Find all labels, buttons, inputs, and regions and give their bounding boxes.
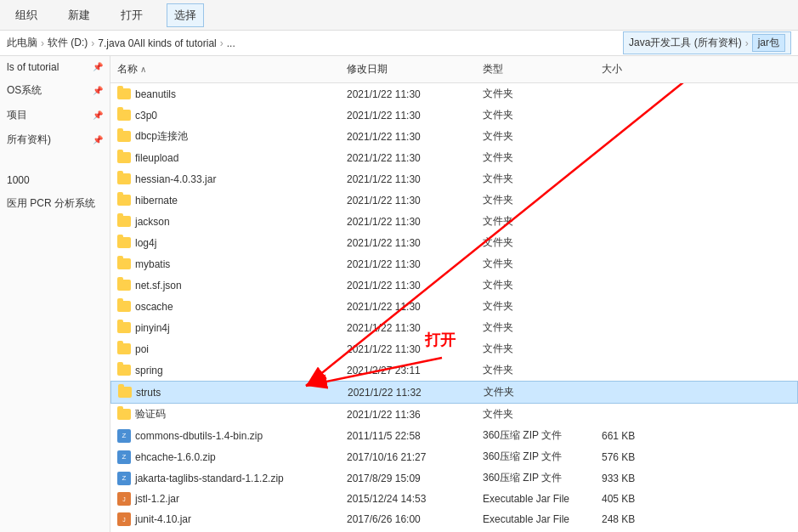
file-modified: 2021/1/22 11:30 [340, 320, 476, 336]
file-name-cell: Z jakarta-taglibs-standard-1.1.2.zip [110, 470, 340, 487]
table-row[interactable]: 验证码 2021/1/22 11:36 文件夹 [110, 404, 798, 425]
file-type: 文件夹 [476, 212, 595, 230]
folder-icon [117, 173, 131, 184]
file-name-cell: poi [110, 342, 340, 357]
table-row[interactable]: log4j 2021/1/22 11:30 文件夹 [110, 232, 798, 253]
table-row[interactable]: fileupload 2021/1/22 11:30 文件夹 [110, 147, 798, 168]
folder-icon [117, 110, 131, 121]
file-name-cell: J junit-4.10.jar [110, 511, 340, 528]
sidebar-item-label: 1000 [7, 174, 30, 186]
folder-icon [117, 88, 131, 99]
file-modified: 2021/1/22 11:30 [340, 193, 476, 208]
table-row[interactable]: hibernate 2021/1/22 11:30 文件夹 [110, 190, 798, 211]
file-type: 文件夹 [476, 405, 595, 423]
file-size [595, 305, 680, 308]
file-name-cell: c3p0 [110, 108, 340, 123]
table-row[interactable]: J junit-4.10.jar 2017/6/26 16:00 Executa… [110, 509, 798, 529]
file-type: 360压缩 ZIP 文件 [476, 427, 595, 444]
zip-icon: Z [117, 450, 131, 464]
toolbar-organize[interactable]: 组织 [8, 4, 44, 26]
table-row[interactable]: poi 2021/1/22 11:30 文件夹 [110, 338, 798, 359]
folder-icon [117, 322, 131, 333]
table-row[interactable]: J jstl-1.2.jar 2015/12/24 14:53 Executab… [110, 489, 798, 509]
file-type: 文件夹 [476, 255, 595, 273]
table-row[interactable]: struts 2021/1/22 11:32 文件夹 [110, 381, 798, 404]
toolbar-new[interactable]: 新建 [61, 4, 97, 26]
file-type: 文件夹 [476, 361, 595, 379]
file-name-cell: log4j [110, 235, 340, 251]
file-name: net.sf.json [135, 280, 182, 291]
table-row[interactable]: hessian-4.0.33.jar 2021/1/22 11:30 文件夹 [110, 168, 798, 190]
table-row[interactable]: mybatis 2021/1/22 11:30 文件夹 [110, 253, 798, 274]
right-hint: Java开发工具 (所有资料) › jar包 [623, 31, 791, 54]
table-row[interactable]: Z ehcache-1.6.0.zip 2017/10/16 21:27 360… [110, 446, 798, 467]
sidebar-item-pcr[interactable]: 医用 PCR 分析系统 [0, 191, 110, 216]
sidebar-item-tutorial[interactable]: ls of tutorial 📌 [0, 56, 110, 78]
file-name-cell: beanutils [110, 87, 340, 102]
right-hint-java[interactable]: Java开发工具 (所有资料) [629, 36, 742, 50]
sidebar-item-label: 项目 [7, 108, 27, 122]
file-name: mybatis [135, 258, 170, 270]
file-name-cell: net.sf.json [110, 278, 340, 293]
file-size [595, 199, 680, 202]
file-modified: 2021/1/22 11:36 [340, 407, 476, 422]
file-name-cell: struts [111, 385, 341, 400]
file-name: spring [135, 365, 163, 376]
breadcrumb-pc[interactable]: 此电脑 [7, 36, 37, 50]
folder-icon [117, 152, 131, 163]
jar-icon: J [117, 492, 131, 506]
file-modified: 2017/6/26 16:00 [340, 512, 476, 527]
file-modified: 2021/1/22 11:30 [340, 235, 476, 251]
sidebar-item-alldata[interactable]: 所有资料) 📌 [0, 127, 110, 152]
table-row[interactable]: pinyin4j 2021/1/22 11:30 文件夹 [110, 317, 798, 338]
sidebar-item-1000[interactable]: 1000 [0, 169, 110, 191]
sidebar-item-os[interactable]: OS系统 📌 [0, 78, 110, 103]
file-modified: 2021/1/22 11:30 [340, 214, 476, 229]
col-name[interactable]: 名称 ∧ [110, 59, 340, 79]
breadcrumb-folder[interactable]: 7.java 0All kinds of tutorial [98, 37, 216, 49]
col-size[interactable]: 大小 [595, 59, 680, 79]
pin-icon: 📌 [93, 86, 103, 96]
table-row[interactable]: Z commons-dbutils-1.4-bin.zip 2011/11/5 … [110, 425, 798, 446]
file-name-cell: Z commons-dbutils-1.4-bin.zip [110, 427, 340, 444]
file-type: 文件夹 [476, 170, 595, 188]
file-name-cell: hibernate [110, 193, 340, 208]
toolbar-open[interactable]: 打开 [114, 4, 150, 26]
file-name: jstl-1.2.jar [135, 493, 179, 505]
file-name: dbcp连接池 [135, 129, 188, 144]
breadcrumb-drive[interactable]: 软件 (D:) [48, 36, 88, 50]
file-type: 文件夹 [476, 149, 595, 167]
file-type: 文件夹 [476, 276, 595, 294]
breadcrumb-ellipsis[interactable]: ... [227, 37, 235, 49]
file-size [596, 391, 681, 394]
file-name: commons-dbutils-1.4-bin.zip [135, 430, 263, 442]
file-type: 文件夹 [476, 191, 595, 209]
table-row[interactable]: net.sf.json 2021/1/22 11:30 文件夹 [110, 274, 798, 296]
toolbar: 组织 新建 打开 选择 [0, 0, 798, 31]
toolbar-select[interactable]: 选择 [167, 3, 204, 27]
file-size: 933 KB [595, 471, 680, 486]
folder-icon [117, 409, 131, 420]
file-type: Executable Jar File [476, 491, 595, 507]
file-name: struts [136, 387, 161, 399]
jar-icon: J [117, 512, 131, 526]
pin-icon: 📌 [93, 135, 103, 145]
table-row[interactable]: spring 2021/2/27 23:11 文件夹 [110, 359, 798, 381]
table-row[interactable]: Z jakarta-taglibs-standard-1.1.2.zip 201… [110, 467, 798, 489]
file-modified: 2021/1/22 11:30 [340, 108, 476, 123]
table-row[interactable]: dbcp连接池 2021/1/22 11:30 文件夹 [110, 126, 798, 147]
table-row[interactable]: jackson 2021/1/22 11:30 文件夹 [110, 211, 798, 232]
file-name: 验证码 [135, 407, 166, 422]
sidebar-item-project[interactable]: 项目 📌 [0, 103, 110, 127]
file-type: 文件夹 [476, 106, 595, 124]
table-row[interactable]: beanutils 2021/1/22 11:30 文件夹 [110, 83, 798, 105]
file-type: 文件夹 [476, 234, 595, 252]
file-modified: 2021/1/22 11:30 [340, 172, 476, 187]
file-modified: 2015/12/24 14:53 [340, 491, 476, 507]
table-row[interactable]: c3p0 2021/1/22 11:30 文件夹 [110, 105, 798, 126]
col-modified[interactable]: 修改日期 [340, 59, 476, 79]
right-hint-jar[interactable]: jar包 [752, 34, 785, 52]
folder-icon [117, 280, 131, 291]
table-row[interactable]: oscache 2021/1/22 11:30 文件夹 [110, 296, 798, 317]
col-type[interactable]: 类型 [476, 59, 595, 79]
